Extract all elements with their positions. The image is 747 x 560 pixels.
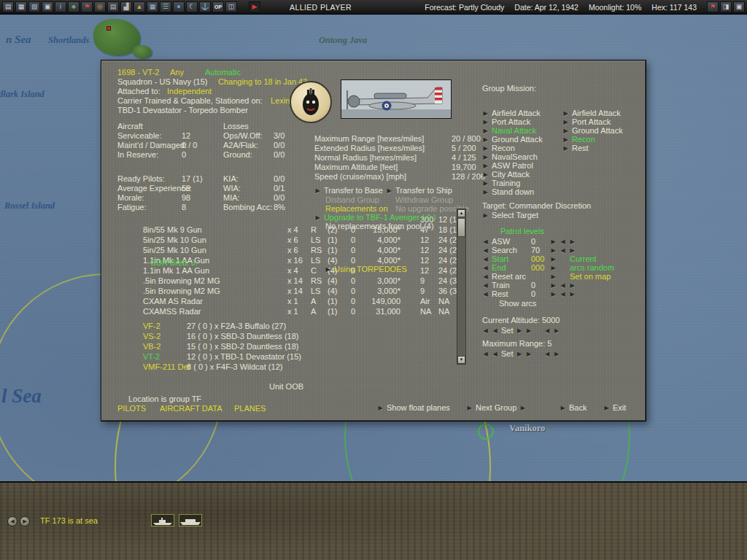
- target-icon[interactable]: ◎: [94, 1, 106, 12]
- increase-button[interactable]: ▶: [550, 256, 557, 262]
- tree-icon[interactable]: ♣: [68, 1, 80, 12]
- air-group-row[interactable]: VS-2 16 ( 0 ) x SBD-3 Dauntless (18): [101, 332, 456, 341]
- monitor-icon[interactable]: ▣: [42, 1, 53, 12]
- mission-item[interactable]: ▶Ground Attack: [482, 135, 543, 144]
- attached-value[interactable]: Independent: [167, 87, 212, 96]
- disband-group-button[interactable]: Disband Group: [325, 195, 379, 204]
- group-name[interactable]: VT-2: [143, 352, 160, 361]
- planes-tab[interactable]: PLANES: [234, 404, 266, 413]
- map-icon[interactable]: ▧: [28, 1, 40, 12]
- mission-item-selected[interactable]: ▶Naval Attack: [482, 126, 536, 135]
- increase-button[interactable]: ▶: [516, 351, 523, 357]
- anchor-icon[interactable]: ⚓: [199, 1, 211, 12]
- scroll-thumb[interactable]: [457, 218, 465, 237]
- group-name[interactable]: VB-2: [143, 342, 160, 351]
- flag-icon[interactable]: ⚑: [707, 1, 719, 12]
- increase-step-button[interactable]: ▶: [569, 238, 576, 245]
- decrease-step-button[interactable]: ◀: [560, 291, 566, 298]
- decrease-button[interactable]: ◀: [482, 291, 489, 298]
- decrease-button[interactable]: ◀: [482, 256, 489, 262]
- air-group-row[interactable]: VMF-211 Det 8 ( 0 ) x F4F-3 Wildcat (12): [101, 362, 456, 371]
- mission-item[interactable]: ▶Port Attack: [562, 117, 611, 126]
- increase-button[interactable]: ▶: [550, 265, 557, 271]
- decrease-step-button[interactable]: ◀: [560, 282, 566, 289]
- info-icon[interactable]: i: [55, 1, 66, 12]
- show-arcs-toggle[interactable]: Show arcs: [499, 299, 536, 308]
- increase-step-button[interactable]: ▶: [569, 291, 576, 298]
- list-icon[interactable]: ☰: [160, 1, 171, 12]
- decrease-large-button[interactable]: ◀: [482, 327, 489, 334]
- upgrade-button[interactable]: ▶ Upgrade to TBF-1 Avenger ( 0 ): [314, 213, 436, 222]
- decrease-button[interactable]: ◀: [482, 265, 489, 271]
- group-name[interactable]: VMF-211 Det: [143, 362, 190, 371]
- decrease-step-button[interactable]: ◀: [544, 327, 551, 334]
- mission-item[interactable]: ▶Airfield Attack: [482, 109, 541, 117]
- mission-item[interactable]: ▶Port Attack: [482, 117, 530, 126]
- increase-step-button[interactable]: ▶: [569, 282, 576, 289]
- increase-step-button[interactable]: ▶: [554, 327, 560, 334]
- air-group-row-selected[interactable]: VT-2 12 ( 0 ) x TBD-1 Devastator (15): [101, 352, 456, 361]
- night-icon[interactable]: ☾: [186, 1, 198, 12]
- next-group-button[interactable]: ▶ Next Group ▶: [466, 403, 526, 412]
- ops-icon[interactable]: OP: [212, 1, 224, 12]
- decrease-step-button[interactable]: ◀: [560, 238, 566, 245]
- increase-button[interactable]: ▶: [550, 273, 557, 280]
- prev-group-arrow-icon[interactable]: ▶: [466, 405, 473, 411]
- prev-tf-button[interactable]: ◀: [7, 516, 18, 526]
- decrease-button[interactable]: ◀: [492, 327, 498, 334]
- back-button[interactable]: ▶ Back: [560, 403, 587, 412]
- decrease-step-button[interactable]: ◀: [544, 351, 551, 357]
- set-range-button[interactable]: Set: [501, 349, 514, 358]
- pilots-tab[interactable]: PILOTS: [117, 404, 146, 413]
- flag-red-icon[interactable]: ⚑: [81, 1, 93, 12]
- unit-oob-button[interactable]: Unit OOB: [269, 382, 303, 391]
- decrease-large-button[interactable]: ◀: [482, 351, 489, 357]
- report-icon[interactable]: ▤: [107, 1, 119, 12]
- withdraw-group-button[interactable]: Withdraw Group: [395, 195, 453, 204]
- group-name[interactable]: VS-2: [143, 332, 160, 341]
- mission-item[interactable]: ▶ASW Patrol: [482, 161, 533, 170]
- play-icon[interactable]: ▶: [249, 1, 260, 12]
- increase-button[interactable]: ▶: [550, 282, 557, 289]
- increase-large-button[interactable]: ▶: [526, 351, 533, 357]
- base-marker[interactable]: [107, 26, 111, 31]
- increase-large-button[interactable]: ▶: [526, 327, 533, 334]
- transfer-to-ship-button[interactable]: ▶ Transfer to Ship: [386, 186, 452, 195]
- set-on-map-button[interactable]: Set on map: [570, 272, 611, 281]
- mission-item[interactable]: ▶NavalSearch: [482, 152, 538, 161]
- aircraft-data-tab[interactable]: AIRCRAFT DATA: [160, 404, 222, 413]
- terrain-icon[interactable]: ▲: [133, 1, 145, 12]
- mission-item[interactable]: ▶Training: [482, 179, 520, 187]
- menu-icon[interactable]: ▤: [2, 1, 14, 12]
- show-float-planes-button[interactable]: ▶ Show float planes: [377, 403, 450, 412]
- mission-item[interactable]: ▶Stand down: [482, 187, 534, 196]
- globe-icon[interactable]: ●: [173, 1, 185, 12]
- group-name[interactable]: VF-2: [143, 322, 160, 330]
- mission-item[interactable]: ▶Rest: [562, 144, 589, 152]
- next-tf-button[interactable]: ▶: [20, 516, 30, 526]
- increase-step-button[interactable]: ▶: [554, 351, 560, 357]
- ordnance-toggle[interactable]: ▶ Using TORPEDOES: [325, 265, 407, 273]
- transfer-to-base-button[interactable]: ▶ Transfer to Base: [314, 186, 383, 195]
- target-type[interactable]: Any: [170, 68, 184, 77]
- nav-icon[interactable]: ◨: [720, 1, 732, 12]
- decrease-button[interactable]: ◀: [482, 282, 489, 289]
- close-icon[interactable]: ▣: [733, 1, 745, 12]
- mission-item[interactable]: ▶City Attack: [482, 170, 530, 179]
- select-target-button[interactable]: ▶ Select Target: [482, 211, 538, 219]
- increase-button[interactable]: ▶: [550, 238, 557, 245]
- decrease-step-button[interactable]: ◀: [560, 247, 566, 254]
- mission-item-selected[interactable]: ▶Recon: [562, 135, 595, 144]
- mission-item[interactable]: ▶Ground Attack: [562, 126, 623, 135]
- next-group-arrow-icon[interactable]: ▶: [519, 405, 526, 411]
- decrease-button[interactable]: ◀: [482, 238, 489, 245]
- grid-icon[interactable]: ▦: [147, 1, 158, 12]
- scroll-down-button[interactable]: ▼: [457, 356, 465, 364]
- chart-icon[interactable]: ▟: [120, 1, 132, 12]
- decrease-button[interactable]: ◀: [482, 247, 489, 254]
- save-icon[interactable]: ▦: [15, 1, 27, 12]
- mission-item[interactable]: ▶Recon: [482, 144, 515, 152]
- increase-button[interactable]: ▶: [550, 291, 557, 298]
- commander-name-overlay[interactable]: CDR Brett, J.: [150, 258, 198, 267]
- scroll-up-button[interactable]: ▲: [457, 209, 465, 217]
